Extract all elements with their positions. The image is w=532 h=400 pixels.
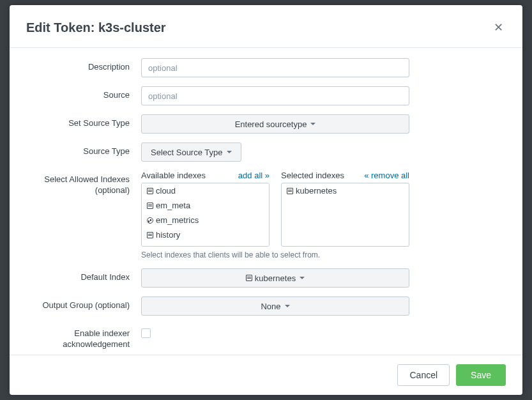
index-icon [147, 232, 153, 238]
list-item[interactable]: history [142, 227, 269, 242]
available-label: Available indexes [141, 171, 206, 180]
label-default-index: Default Index [26, 268, 141, 283]
output-group-picker[interactable]: None [141, 296, 409, 316]
output-group-value: None [261, 302, 280, 311]
close-icon: ✕ [494, 21, 503, 34]
index-icon [147, 188, 153, 194]
list-item-label: em_meta [156, 201, 190, 210]
chevron-down-icon [227, 151, 232, 153]
label-set-source-type: Set Source Type [26, 114, 141, 129]
label-select-allowed: Select Allowed Indexes (optional) [26, 171, 141, 196]
modal-footer: Cancel Save [10, 355, 522, 395]
chevron-down-icon [300, 277, 305, 279]
save-button[interactable]: Save [456, 364, 506, 386]
enable-ack-checkbox[interactable] [141, 328, 151, 338]
chevron-down-icon [310, 123, 315, 125]
label-output-group: Output Group (optional) [26, 296, 141, 311]
modal-header: Edit Token: k3s-cluster ✕ [10, 5, 522, 48]
metric-index-icon [147, 217, 153, 224]
chevron-down-icon [285, 305, 290, 307]
set-source-type-value: Entered sourcetype [235, 119, 307, 129]
list-item-label: cloud [156, 186, 176, 196]
source-type-value: Select Source Type [151, 148, 223, 157]
list-item[interactable]: cloud [142, 183, 269, 198]
modal-title: Edit Token: k3s-cluster [26, 20, 166, 35]
selected-indexes-list[interactable]: kubernetes [281, 183, 409, 247]
list-item-label: hypervisor [156, 245, 194, 247]
list-item[interactable]: hypervisor [142, 242, 269, 247]
default-index-value: kubernetes [255, 273, 296, 283]
index-icon [147, 203, 153, 209]
selected-label: Selected indexes [281, 171, 344, 180]
indexes-help-text: Select indexes that clients will be able… [141, 250, 409, 259]
default-index-picker[interactable]: kubernetes [141, 268, 409, 288]
index-icon [147, 247, 153, 247]
set-source-type-picker[interactable]: Entered sourcetype [141, 114, 409, 134]
index-icon [287, 188, 293, 194]
list-item-label: em_metrics [156, 215, 199, 225]
source-input[interactable] [141, 86, 409, 105]
label-description: Description [26, 58, 141, 73]
label-source-type: Source Type [26, 142, 141, 157]
index-icon [246, 275, 252, 281]
available-indexes-list[interactable]: cloudem_metaem_metricshistoryhypervisor [141, 183, 270, 247]
close-button[interactable]: ✕ [491, 18, 506, 37]
remove-all-link[interactable]: « remove all [364, 171, 409, 180]
cancel-button[interactable]: Cancel [397, 364, 450, 386]
edit-token-modal: Edit Token: k3s-cluster ✕ Description So… [10, 5, 522, 395]
label-source: Source [26, 86, 141, 101]
list-item[interactable]: em_meta [142, 198, 269, 213]
list-item[interactable]: kubernetes [282, 183, 409, 198]
list-item[interactable]: em_metrics [142, 213, 269, 227]
add-all-link[interactable]: add all » [238, 171, 270, 180]
list-item-label: kubernetes [296, 186, 337, 196]
dual-listbox: Available indexes add all » cloudem_meta… [141, 171, 409, 247]
label-enable-ack: Enable indexer acknowledgement [26, 325, 141, 350]
source-type-picker[interactable]: Select Source Type [141, 142, 241, 162]
description-input[interactable] [141, 58, 409, 77]
modal-body: Description Source Set Source Type Enter… [10, 48, 522, 355]
list-item-label: history [156, 230, 180, 240]
